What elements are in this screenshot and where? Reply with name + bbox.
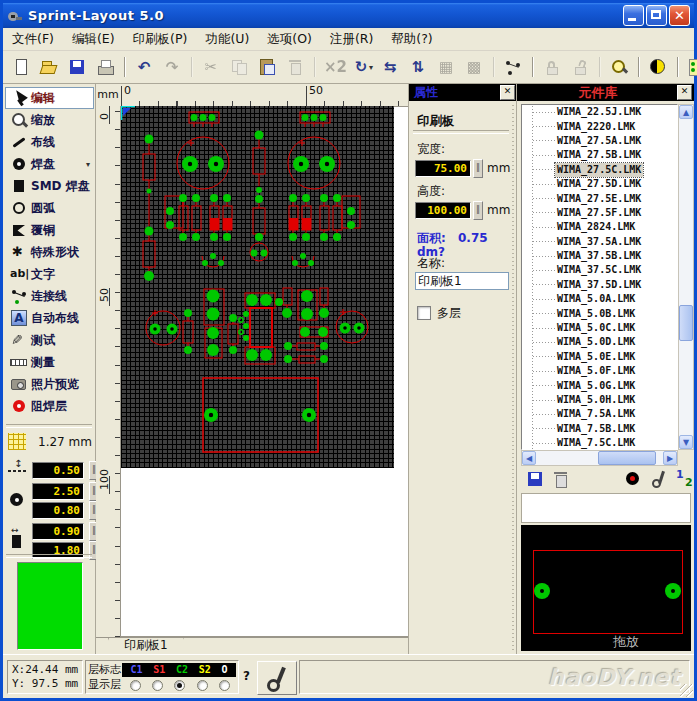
library-item[interactable]: WIMA_7.5C.LMK [522,436,677,450]
tool-copper[interactable]: 覆铜 ▾ [5,219,94,241]
library-item[interactable]: WIMA_2220.LMK [522,119,677,133]
resize-grip[interactable] [680,684,693,697]
library-trace-button[interactable] [649,469,669,489]
display-layer-radio[interactable] [130,680,141,691]
library-item[interactable]: WIMA_5.0G.LMK [522,378,677,392]
toolbar-button-save-file[interactable]: ▾ [63,53,91,81]
grid-icon[interactable] [7,432,29,452]
library-item[interactable]: WIMA_27.5C.LMK [522,163,677,177]
tool-special-shape[interactable]: 特殊形状 ▾ [5,241,94,263]
library-item[interactable]: WIMA_27.5D.LMK [522,177,677,191]
board-name-input[interactable] [415,272,509,290]
smd-width-value[interactable]: 0.90 [32,523,84,540]
menu-item[interactable]: 印刷板(P) [124,29,197,50]
toolbar-button-mirror-horizontal[interactable]: ⇆ ▾ [376,53,404,81]
library-close-button[interactable]: ✕ [677,85,692,100]
library-item[interactable]: WIMA_5.0F.LMK [522,364,677,378]
toolbar-button-layers[interactable]: ▾ [683,53,697,81]
tool-smd-pad[interactable]: SMD 焊盘 ▾ [5,175,94,197]
close-button[interactable] [669,5,690,26]
library-horizontal-scrollbar[interactable]: ◀ ▶ [521,450,678,466]
component-preview[interactable]: 拖放 [521,525,691,651]
help-hint[interactable]: ? [243,669,250,683]
library-solder-mask-button[interactable] [623,469,643,489]
library-item[interactable]: WIMA_5.0A.LMK [522,292,677,306]
toolbar-button-open-file[interactable]: ▾ [35,53,63,81]
tool-text[interactable]: 文字 ▾ [5,263,94,285]
toolbar-button-align[interactable]: ▦ ▾ [432,53,460,81]
library-vertical-scrollbar[interactable]: ▲ ▼ [678,104,694,450]
library-item[interactable]: WIMA_5.0D.LMK [522,335,677,349]
toolbar-button-unlock[interactable]: ▾ [566,53,594,81]
toolbar-button-zoom[interactable]: ▾ [605,53,633,81]
library-item[interactable]: WIMA_27.5B.LMK [522,148,677,162]
toolbar-button-redo[interactable]: ↷ ▾ [158,53,186,81]
panel-resize-handle[interactable] [511,104,515,650]
library-item[interactable]: WIMA_27.5E.LMK [522,191,677,205]
toolbar-button-cut[interactable]: ✂ ▾ [197,53,225,81]
library-item[interactable]: WIMA_37.5B.LMK [522,249,677,263]
library-item[interactable]: WIMA_27.5F.LMK [522,206,677,220]
display-layer-radio[interactable] [152,680,163,691]
menu-item[interactable]: 文件(F) [3,29,63,50]
toolbar-button-lock[interactable]: ▾ [538,53,566,81]
library-item[interactable]: WIMA_37.5D.LMK [522,278,677,292]
tool-solder-mask[interactable]: 阻焊层 ▾ [5,395,94,417]
scrollbar-thumb[interactable] [598,451,656,465]
library-titlebar[interactable]: 元件库 ✕ [517,84,694,101]
toolbar-button-new-file[interactable]: ▾ [7,53,35,81]
board-width-value[interactable]: 75.00 [415,160,471,177]
board-height-value[interactable]: 100.00 [415,202,471,219]
display-layer-radio[interactable] [174,680,185,691]
tool-autoroute[interactable]: 自动布线 ▾ [5,307,94,329]
display-layer-radio[interactable] [197,680,208,691]
tool-circle[interactable]: 圆弧 ▾ [5,197,94,219]
toolbar-button-duplicate[interactable]: ×2 ▾ [320,53,348,81]
pad-drill-value[interactable]: 0.80 [32,502,84,519]
library-item[interactable]: WIMA_5.0B.LMK [522,306,677,320]
toolbar-button-rotate[interactable]: ↻ ▾ [348,53,376,81]
library-swap-layer-button[interactable] [675,469,695,489]
board-height-stepper[interactable]: ‖ [473,201,483,220]
tool-test[interactable]: 测试 ▾ [5,329,94,351]
layer-tool-button[interactable] [257,661,297,695]
toolbar-button-undo[interactable]: ↶ ▾ [130,53,158,81]
menu-item[interactable]: 注册(R) [321,29,382,50]
board-width-stepper[interactable]: ‖ [473,159,483,178]
library-item[interactable]: WIMA_7.5A.LMK [522,407,677,421]
library-delete-button[interactable] [551,469,571,489]
multilayer-checkbox[interactable] [417,306,431,320]
tool-photo-preview[interactable]: 照片预览 ▾ [5,373,94,395]
library-item[interactable]: WIMA_5.0H.LMK [522,393,677,407]
scroll-down-icon[interactable]: ▼ [679,435,693,449]
toolbar-button-footprint[interactable]: ▩ ▾ [460,53,488,81]
board-tab[interactable]: 印刷板1 [108,638,184,655]
library-item[interactable]: WIMA_2824.LMK [522,220,677,234]
tool-edit[interactable]: 编辑 ▾ [5,87,94,109]
maximize-button[interactable] [646,5,667,26]
menu-item[interactable]: 功能(U) [196,29,258,50]
properties-titlebar[interactable]: 属性 ✕ [409,84,517,101]
toolbar-button-paste[interactable]: ▾ [253,53,281,81]
scroll-left-icon[interactable]: ◀ [522,451,536,465]
toolbar-button-print[interactable]: ▾ [91,53,119,81]
pcb-board-drawing[interactable] [121,106,394,468]
tool-connection[interactable]: 连接线 ▾ [5,285,94,307]
tool-pad[interactable]: 焊盘 ▾ [5,153,94,175]
library-item[interactable]: WIMA_5.0C.LMK [522,321,677,335]
library-save-button[interactable] [525,469,545,489]
library-item[interactable]: WIMA_7.5B.LMK [522,422,677,436]
menu-item[interactable]: 选项(O) [258,29,321,50]
toolbar-button-contrast[interactable]: ▾ [644,53,672,81]
track-width-value[interactable]: 0.50 [32,462,84,479]
toolbar-button-delete[interactable]: ▾ [281,53,309,81]
menu-item[interactable]: 帮助(?) [382,29,441,50]
pad-outer-value[interactable]: 2.50 [32,483,84,500]
scroll-up-icon[interactable]: ▲ [679,105,693,119]
toolbar-button-copy[interactable]: ▾ [225,53,253,81]
tool-track[interactable]: 布线 ▾ [5,131,94,153]
library-item[interactable]: WIMA_27.5A.LMK [522,134,677,148]
tool-measure[interactable]: 测量 ▾ [5,351,94,373]
window-titlebar[interactable]: Sprint-Layout 5.0 [3,3,694,28]
library-item[interactable]: WIMA_22.5J.LMK [522,105,677,119]
